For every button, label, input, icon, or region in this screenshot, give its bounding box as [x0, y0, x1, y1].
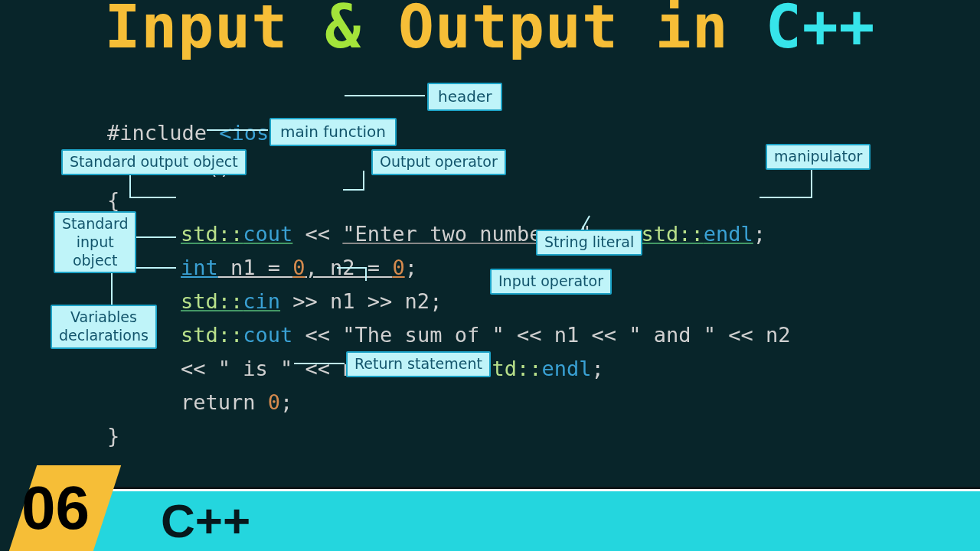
- title-word-amp: &: [325, 0, 398, 61]
- callout-string-literal: String literal: [536, 230, 642, 256]
- callout-stdin: Standard input object: [54, 211, 136, 273]
- title-word-in: in: [655, 0, 766, 61]
- callout-input-operator: Input operator: [490, 269, 612, 295]
- brace-close: }: [107, 424, 119, 448]
- title-word-output: Output: [398, 0, 655, 61]
- preproc-token: #include: [107, 121, 219, 145]
- slide-number: 06: [21, 473, 90, 543]
- footer-bar: 06 C++: [0, 459, 980, 551]
- callout-var-decl: Variables declarations: [51, 305, 157, 349]
- callout-main-function: main function: [270, 118, 397, 146]
- callout-header: header: [427, 83, 502, 111]
- callout-output-operator: Output operator: [371, 149, 506, 175]
- cin-token: cin: [243, 289, 280, 313]
- callout-stdout: Standard output object: [61, 149, 247, 175]
- cout-token: cout: [243, 222, 292, 246]
- code-block: #include <iostream> int main() { std::co…: [107, 83, 791, 487]
- endl-token: endl: [704, 222, 753, 246]
- callout-return: Return statement: [346, 351, 491, 377]
- callout-manipulator: manipulator: [766, 144, 871, 170]
- brace-open: {: [107, 188, 119, 212]
- slide-title: Input & Output in C++: [0, 0, 980, 61]
- std-token: std::: [181, 222, 243, 246]
- footer-label: C++: [161, 494, 250, 548]
- title-word-cpp: C++: [766, 0, 876, 61]
- title-word-input: Input: [104, 0, 325, 61]
